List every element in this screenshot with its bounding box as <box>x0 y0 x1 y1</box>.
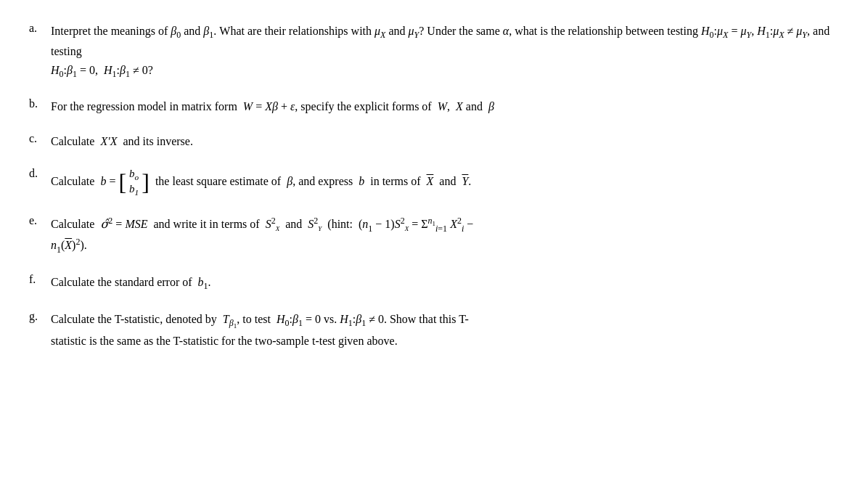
label-c: c. <box>29 132 51 145</box>
label-d: d. <box>29 167 51 180</box>
question-f: f. Calculate the standard error of b1. <box>29 273 839 293</box>
label-g: g. <box>29 310 51 323</box>
question-e: e. Calculate σ̂2 = MSE and write it in t… <box>29 214 839 257</box>
body-a: Interpret the meanings of β0 and β1. Wha… <box>51 22 839 81</box>
label-b: b. <box>29 97 51 110</box>
body-d: Calculate b = [ bo b1 ] the least square… <box>51 167 839 198</box>
question-g: g. Calculate the T-statistic, denoted by… <box>29 310 839 351</box>
body-g: Calculate the T-statistic, denoted by Tβ… <box>51 310 839 351</box>
label-e: e. <box>29 214 51 227</box>
question-a: a. Interpret the meanings of β0 and β1. … <box>29 22 839 81</box>
label-f: f. <box>29 273 51 286</box>
body-f: Calculate the standard error of b1. <box>51 273 839 293</box>
body-b: For the regression model in matrix form … <box>51 97 839 116</box>
body-c: Calculate X′X and its inverse. <box>51 132 839 151</box>
question-c: c. Calculate X′X and its inverse. <box>29 132 839 151</box>
label-a: a. <box>29 22 51 35</box>
body-e: Calculate σ̂2 = MSE and write it in term… <box>51 214 839 257</box>
main-content: a. Interpret the meanings of β0 and β1. … <box>29 22 839 350</box>
question-b: b. For the regression model in matrix fo… <box>29 97 839 116</box>
question-d: d. Calculate b = [ bo b1 ] the least squ… <box>29 167 839 198</box>
